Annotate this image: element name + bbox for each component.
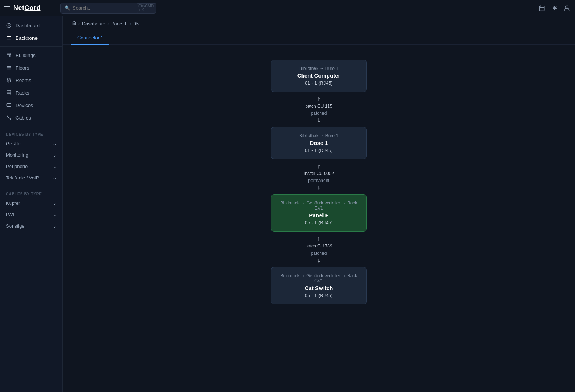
notifications-icon[interactable]	[538, 4, 546, 12]
sidebar-item-lwl[interactable]: LWL ⌄	[0, 209, 62, 220]
sidebar-item-racks[interactable]: Racks	[0, 86, 62, 99]
search-icon: 🔍	[64, 5, 70, 11]
card-location: Bibliothek → Büro 1	[277, 133, 360, 138]
floors-icon	[6, 65, 12, 71]
cables-icon	[6, 115, 12, 121]
menu-icon[interactable]	[4, 6, 10, 10]
svg-rect-0	[539, 6, 544, 11]
connection-2: ↑ Install CU 0002 permanent ↓	[304, 159, 334, 194]
sidebar-item-sonstige[interactable]: Sonstige ⌄	[0, 220, 62, 232]
breadcrumb-05[interactable]: 05	[133, 21, 138, 26]
breadcrumb-dashboard[interactable]: Dashboard	[82, 21, 106, 26]
sidebar-item-buildings[interactable]: Buildings	[0, 49, 62, 61]
search-bar[interactable]: 🔍 Ctrl/CMD + K	[60, 3, 156, 14]
breadcrumb-sep-2: ›	[107, 21, 109, 26]
sidebar-item-backbone[interactable]: Backbone	[0, 32, 62, 44]
arrow-up-icon: ↑	[317, 235, 320, 242]
app-logo: NetCord	[4, 4, 56, 12]
card-name: Client Computer	[277, 72, 360, 79]
sidebar-item-rooms[interactable]: Rooms	[0, 74, 62, 86]
cable-name-3: patch CU 789	[305, 243, 332, 250]
client-computer-card[interactable]: Bibliothek → Büro 1 Client Computer 01 -…	[271, 60, 367, 92]
sidebar-divider-3	[0, 186, 62, 186]
chevron-down-icon: ⌄	[53, 176, 56, 180]
card-port: 01 - 1 (RJ45)	[277, 147, 360, 153]
gauge-icon	[6, 22, 12, 28]
chevron-down-icon: ⌄	[53, 142, 56, 146]
devices-by-type-label: DEVICES BY TYPE	[0, 129, 62, 138]
main-layout: Dashboard Backbone Buildings Floors	[0, 16, 575, 392]
search-shortcut: Ctrl/CMD + K	[137, 3, 155, 13]
arrow-down-icon: ↓	[317, 257, 320, 263]
racks-icon	[6, 90, 12, 96]
card-location: Bibliothek → Gebäudeverteiler → Rack GV1	[277, 273, 360, 284]
card-name: Dose 1	[277, 140, 360, 146]
card-location: Bibliothek → Gebäudeverteiler → Rack EV1	[277, 200, 360, 211]
cable-name-1: patch CU 115	[305, 103, 332, 110]
svg-rect-20	[7, 103, 11, 106]
sidebar-item-kupfer[interactable]: Kupfer ⌄	[0, 197, 62, 209]
cables-by-type-label: CABLES BY TYPE	[0, 188, 62, 197]
cable-type-2: permanent	[308, 178, 329, 183]
svg-marker-16	[7, 78, 11, 80]
sidebar-item-cables[interactable]: Cables	[0, 111, 62, 124]
svg-rect-19	[7, 94, 11, 95]
card-name: Cat Switch	[277, 285, 360, 291]
topbar-actions: ✱	[538, 4, 571, 12]
cable-type-3: patched	[311, 251, 327, 256]
card-port: 05 - 1 (RJ45)	[277, 220, 360, 225]
svg-rect-17	[7, 91, 11, 92]
user-icon[interactable]	[563, 4, 571, 12]
svg-rect-18	[7, 92, 11, 93]
chevron-down-icon: ⌄	[53, 224, 56, 228]
card-port: 01 - 1 (RJ45)	[277, 80, 360, 86]
connection-3: ↑ patch CU 789 patched ↓	[305, 232, 332, 267]
main-content: › Dashboard › Panel F › 05 Connector 1 B…	[63, 16, 575, 392]
card-location: Bibliothek → Büro 1	[277, 66, 360, 71]
dose1-card[interactable]: Bibliothek → Büro 1 Dose 1 01 - 1 (RJ45)	[271, 127, 367, 159]
arrow-down-icon: ↓	[317, 117, 320, 123]
sidebar-item-monitoring[interactable]: Monitoring ⌄	[0, 149, 62, 161]
tab-connector1[interactable]: Connector 1	[71, 31, 109, 45]
arrow-up-icon: ↑	[317, 96, 320, 102]
tabs-bar: Connector 1	[63, 31, 575, 45]
chevron-down-icon: ⌄	[53, 153, 56, 157]
search-input[interactable]	[73, 5, 134, 11]
sidebar-item-telefonie[interactable]: Telefonie / VoIP ⌄	[0, 172, 62, 183]
sidebar-item-geraete[interactable]: Geräte ⌄	[0, 138, 62, 149]
svg-point-4	[566, 6, 568, 8]
chevron-down-icon: ⌄	[53, 165, 56, 168]
arrow-down-icon: ↓	[317, 184, 320, 190]
devices-icon	[6, 102, 12, 108]
sidebar-item-peripherie[interactable]: Peripherie ⌄	[0, 161, 62, 172]
topbar: NetCord 🔍 Ctrl/CMD + K ✱	[0, 0, 575, 16]
connector-diagram: Bibliothek → Büro 1 Client Computer 01 -…	[63, 45, 575, 319]
breadcrumb-home-icon[interactable]	[71, 21, 76, 26]
sidebar-item-devices[interactable]: Devices	[0, 99, 62, 111]
buildings-icon	[6, 52, 12, 58]
breadcrumb-panel-f[interactable]: Panel F	[111, 21, 128, 26]
sidebar-divider-1	[0, 46, 62, 47]
sidebar-item-floors[interactable]: Floors	[0, 61, 62, 74]
cable-type-1: patched	[311, 111, 327, 116]
logo-text: NetCord	[13, 4, 41, 12]
cable-name-2: Install CU 0002	[304, 170, 334, 177]
chevron-down-icon: ⌄	[53, 213, 56, 217]
sidebar-item-dashboard[interactable]: Dashboard	[0, 19, 62, 32]
svg-rect-9	[7, 53, 11, 57]
breadcrumb-sep-3: ›	[130, 21, 131, 26]
breadcrumb-sep-1: ›	[78, 21, 80, 26]
arrow-up-icon: ↑	[317, 163, 320, 170]
sidebar-divider-2	[0, 126, 62, 126]
panel-f-card[interactable]: Bibliothek → Gebäudeverteiler → Rack EV1…	[271, 194, 367, 232]
card-name: Panel F	[277, 212, 360, 218]
breadcrumb: › Dashboard › Panel F › 05	[63, 16, 575, 31]
chevron-down-icon: ⌄	[53, 202, 56, 205]
cat-switch-card[interactable]: Bibliothek → Gebäudeverteiler → Rack GV1…	[271, 267, 367, 304]
backbone-icon	[6, 35, 12, 41]
connection-1: ↑ patch CU 115 patched ↓	[305, 92, 332, 127]
sidebar: Dashboard Backbone Buildings Floors	[0, 16, 63, 392]
asterisk-icon[interactable]: ✱	[551, 4, 558, 12]
card-port: 05 - 1 (RJ45)	[277, 293, 360, 298]
rooms-icon	[6, 77, 12, 83]
